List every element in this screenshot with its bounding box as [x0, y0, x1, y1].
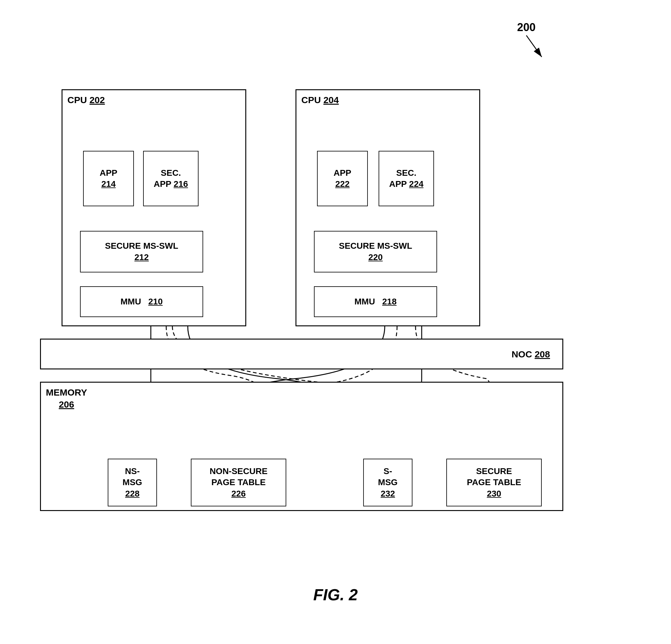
noc208-box: NOC 208 [40, 339, 563, 369]
secure-page-table230-box: SECUREPAGE TABLE230 [446, 459, 542, 506]
svg-line-2 [526, 35, 542, 57]
app214-box: APP214 [83, 151, 134, 206]
mmu218-box: MMU 218 [314, 286, 437, 317]
secure-ms-swl220-label: SECURE MS-SWL220 [339, 240, 412, 263]
ref-200: 200 [517, 21, 535, 34]
sec-app224-box: SEC.APP 224 [379, 151, 434, 206]
figure-label: FIG. 2 [313, 585, 358, 604]
sec-app224-label: SEC.APP 224 [389, 167, 423, 190]
diagram-container: 200 [0, 0, 671, 644]
mmu218-label: MMU 218 [355, 296, 397, 307]
ns-msg228-label: NS-MSG228 [123, 466, 142, 499]
app222-box: APP222 [317, 151, 368, 206]
cpu202-label: CPU 202 [67, 94, 105, 106]
ns-msg228-box: NS-MSG228 [108, 459, 157, 506]
secure-page-table230-label: SECUREPAGE TABLE230 [467, 466, 521, 499]
mmu210-box: MMU 210 [80, 286, 203, 317]
secure-ms-swl212-box: SECURE MS-SWL212 [80, 231, 203, 273]
secure-ms-swl220-box: SECURE MS-SWL220 [314, 231, 437, 273]
app222-label: APP222 [334, 167, 352, 190]
noc208-label: NOC 208 [511, 348, 550, 360]
sec-app216-label: SEC.APP 216 [154, 167, 188, 190]
s-msg232-label: S-MSG232 [378, 466, 398, 499]
sec-app216-box: SEC.APP 216 [143, 151, 199, 206]
mmu210-label: MMU 210 [121, 296, 163, 307]
non-secure-page-table226-box: NON-SECUREPAGE TABLE226 [191, 459, 286, 506]
memory206-label: MEMORY206 [46, 386, 87, 411]
s-msg232-box: S-MSG232 [363, 459, 413, 506]
secure-ms-swl212-label: SECURE MS-SWL212 [105, 240, 178, 263]
app214-label: APP214 [100, 167, 117, 190]
non-secure-page-table226-label: NON-SECUREPAGE TABLE226 [210, 466, 267, 499]
cpu204-label: CPU 204 [301, 94, 339, 106]
